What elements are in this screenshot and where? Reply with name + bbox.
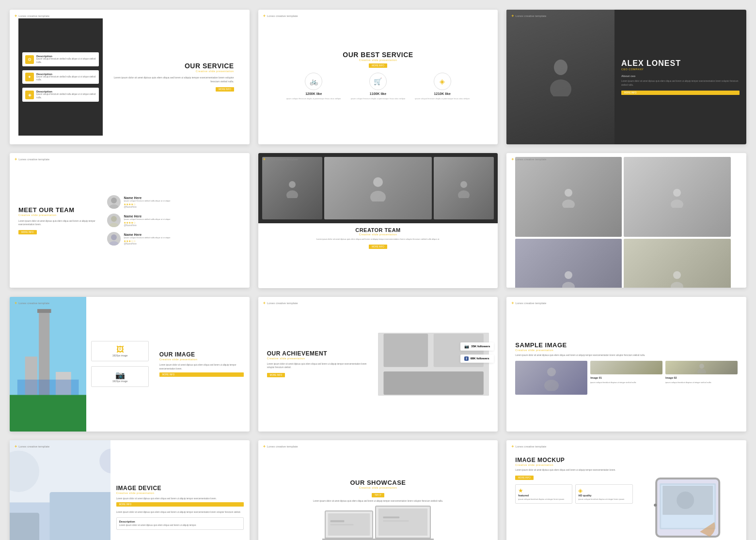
- svg-point-15: [562, 200, 575, 208]
- logo-7: + Lonex creative template: [15, 301, 49, 306]
- svg-rect-32: [383, 371, 483, 395]
- logo-12: + Lonex creative template: [511, 444, 546, 449]
- svg-point-35: [699, 364, 704, 369]
- team-member-1: Name Here Ipsum voluput ferocium steliod…: [107, 195, 240, 209]
- service-box-3: ◈ 1210K like ipsum voluput ferocium disp…: [415, 73, 470, 100]
- facebook-stat: f 68K followers: [460, 355, 494, 363]
- svg-point-13: [458, 190, 470, 198]
- logo-10: + Lonex creative template: [15, 444, 49, 449]
- slide-image-device: + Lonex creative template IMAGE DEVICE C…: [10, 440, 250, 540]
- slides-grid: + Lonex creative template ⚙ Description …: [10, 10, 746, 540]
- feature-1: ★ featured ipsum voluput tincidunt dispi…: [515, 484, 572, 504]
- svg-point-20: [673, 271, 681, 279]
- slide-alex-lonest: + Lonex creative template ALEX LONEST CE…: [506, 10, 746, 144]
- logo-8: + Lonex creative template: [263, 301, 298, 306]
- team-info-1: Name Here Ipsum voluput ferocium steliod…: [124, 196, 170, 208]
- slide-7-content: OUR IMAGE Creative slide presentation Lo…: [154, 297, 250, 432]
- slide-5-content: CREATOR TEAM Creative slide presentation…: [258, 223, 498, 253]
- client-photo-3: [515, 239, 622, 288]
- laptop-2-screen: [375, 506, 431, 539]
- svg-point-7: [109, 241, 119, 246]
- svg-rect-39: [10, 513, 39, 540]
- device-content: IMAGE DEVICE Creative slide presentation…: [110, 440, 250, 540]
- svg-point-55: [677, 492, 694, 509]
- slide-sample-image: + Lonex creative template SAMPLE IMAGE C…: [506, 297, 746, 432]
- svg-point-18: [565, 271, 572, 279]
- team-photo-right: [434, 157, 494, 219]
- svg-point-14: [565, 189, 572, 197]
- slide-1-right: OUR SERVICE Creative slide presentation …: [103, 18, 240, 136]
- service-card-2-content: Description Ipsum voluput ferocium steli…: [36, 73, 96, 82]
- svg-point-10: [373, 177, 383, 187]
- svg-point-0: [554, 60, 567, 75]
- avatar-1: [107, 195, 121, 209]
- team-photo-left: [262, 157, 322, 219]
- svg-rect-28: [17, 379, 79, 395]
- social-stats: 📷 35K followers f 68K followers: [460, 342, 494, 365]
- svg-rect-48: [378, 509, 427, 536]
- achievement-visual: 📷 35K followers f 68K followers: [378, 333, 489, 396]
- service-card-1: ⚙ Description Ipsum voluput ferocium ste…: [22, 52, 99, 66]
- slide-image-mockup: + Lonex creative template IMAGE MOCKUP C…: [506, 440, 746, 540]
- sample-photo-left: [515, 361, 587, 395]
- slide-our-client: + Lonex creative template OUR CLIENT Lor…: [506, 153, 746, 288]
- svg-point-34: [544, 380, 559, 391]
- alex-photo: [506, 10, 614, 144]
- laptop-1-screen: [325, 510, 373, 539]
- service-card-2: ✦ Description Ipsum voluput ferocium ste…: [22, 70, 99, 84]
- team-member-3: Name Here Ipsum voluput ferocium steliod…: [107, 232, 240, 246]
- svg-point-19: [562, 282, 575, 288]
- sample-content: SAMPLE IMAGE Creative slide presentation…: [515, 341, 738, 357]
- logo-1: + Lonex creative template: [15, 14, 49, 18]
- svg-rect-41: [49, 492, 110, 540]
- team-member-2: Name Here Ipsum voluput ferocium steliod…: [107, 214, 240, 227]
- service-box-1: 🚲 1200K like ipsum voluput ferocium disp…: [286, 73, 341, 100]
- logo-9: + Lonex creative template: [511, 301, 546, 306]
- service-circle-3: ◈: [434, 73, 451, 90]
- achievement-photo-area: 📷 35K followers f 68K followers: [378, 333, 489, 396]
- slide-4-left: MEET OUR TEAM Creative slide presentatio…: [18, 206, 107, 235]
- laptop-1: [325, 510, 373, 540]
- client-photo-2: [624, 157, 730, 237]
- svg-rect-45: [331, 521, 345, 523]
- laptop-2: [375, 506, 431, 540]
- svg-point-1: [550, 79, 571, 96]
- team-photo-main: [324, 157, 432, 219]
- svg-point-4: [111, 216, 117, 222]
- svg-point-3: [109, 204, 119, 209]
- svg-rect-24: [37, 309, 51, 313]
- instagram-stat: 📷 35K followers: [460, 342, 494, 351]
- slide-3-inner: ALEX LONEST CEO COMPANY About ceo Lorem …: [506, 10, 746, 144]
- achievement-content: OUR ACHIEVEMENT Creative slide presentat…: [267, 350, 378, 378]
- logo-5: + Lonex creative template: [263, 157, 298, 162]
- svg-rect-27: [10, 395, 86, 432]
- mockup-photo: [638, 449, 738, 540]
- svg-point-8: [289, 181, 296, 188]
- svg-point-6: [111, 234, 117, 240]
- avatar-2: [107, 214, 121, 227]
- team-photos: [258, 153, 498, 223]
- slide-showcase: + Lonex creative template OUR SHOWCASE C…: [258, 440, 498, 540]
- team-info-2: Name Here Ipsum voluput ferocium steliod…: [124, 215, 170, 227]
- mockup-content: IMAGE MOCKUP Creative slide presentation…: [515, 449, 637, 540]
- image-icon-2: 📷 1920px image: [91, 366, 149, 387]
- svg-rect-46: [331, 524, 354, 525]
- feature-boxes: ★ featured ipsum voluput tincidunt dispi…: [515, 484, 632, 504]
- service-box-2: 🛒 1100K like ipsum voluput ferocium disp…: [351, 73, 406, 100]
- image-icons: 🖼 1920px image 📷 1920px image: [86, 297, 154, 432]
- service-icon-1: ⚙: [25, 55, 34, 64]
- services-row: 🚲 1200K like ipsum voluput ferocium disp…: [286, 73, 470, 100]
- team-members: Name Here Ipsum voluput ferocium steliod…: [107, 195, 240, 246]
- slide-best-service: + Lonex creative template OUR BEST SERVI…: [258, 10, 498, 144]
- svg-point-5: [109, 223, 119, 227]
- svg-point-36: [697, 369, 706, 373]
- avatar-3: [107, 232, 121, 246]
- svg-point-12: [460, 181, 467, 188]
- logo-11: + Lonex creative template: [263, 444, 298, 449]
- svg-point-17: [671, 200, 683, 208]
- client-photo-4: [624, 239, 730, 288]
- client-photos: [515, 157, 738, 288]
- image-icon-1: 🖼 1920px image: [91, 341, 149, 361]
- service-circle-2: 🛒: [369, 73, 387, 90]
- device-photo: [10, 440, 110, 540]
